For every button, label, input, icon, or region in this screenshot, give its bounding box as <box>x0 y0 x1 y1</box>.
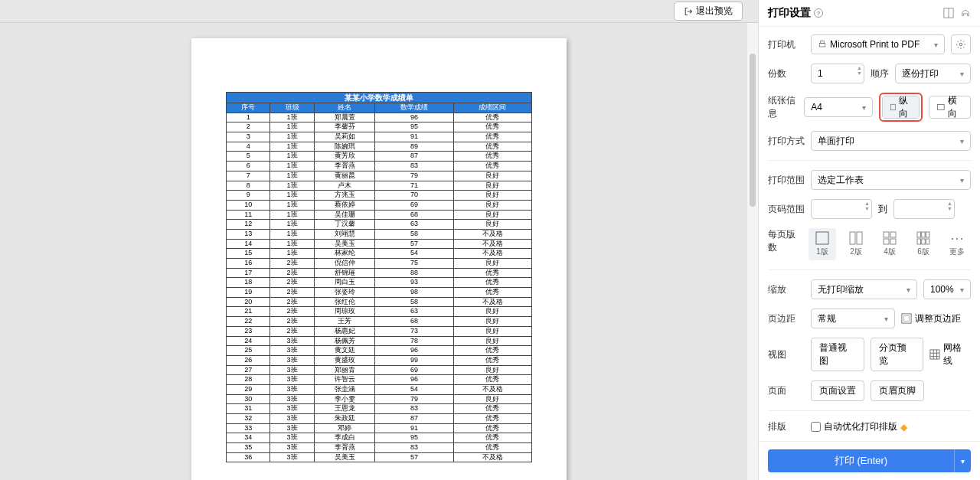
svg-rect-15 <box>922 232 926 237</box>
table-row: 81班卢木71良好 <box>227 181 532 191</box>
table-row: 51班黄芳欣87优秀 <box>227 152 532 162</box>
table-row: 131班刘翊慧58不及格 <box>227 229 532 239</box>
tile-1[interactable]: 1版 <box>808 228 836 260</box>
paper-label: 纸张信息 <box>768 94 798 120</box>
tile-4[interactable]: 4版 <box>876 228 903 260</box>
divider <box>768 269 971 270</box>
col-header: 班级 <box>270 103 314 113</box>
print-bar: 打印 (Enter) ▾ <box>759 441 980 480</box>
preview-area: 退出预览 某某小学数学成绩单 序号班级姓名数学成绩成绩区间 11班郑晨萱96优秀… <box>0 0 758 480</box>
margin-select[interactable]: 常规 ▾ <box>811 309 895 328</box>
printer-settings-button[interactable] <box>951 34 971 54</box>
portrait-button[interactable]: 纵向 <box>883 96 919 118</box>
table-row: 182班周白玉93优秀 <box>227 278 532 288</box>
copies-spinner[interactable]: ▲▼ <box>857 65 862 76</box>
adjust-margin-button[interactable]: 调整页边距 <box>901 312 961 325</box>
svg-rect-13 <box>890 239 896 244</box>
sheet-table: 某某小学数学成绩单 序号班级姓名数学成绩成绩区间 11班郑晨萱96优秀21班李馨… <box>226 92 532 462</box>
divider <box>768 160 971 161</box>
svg-rect-14 <box>917 232 921 237</box>
col-header: 姓名 <box>314 103 375 113</box>
table-row: 71班黄丽昆79良好 <box>227 171 532 181</box>
preview-page: 某某小学数学成绩单 序号班级姓名数学成绩成绩区间 11班郑晨萱96优秀21班李馨… <box>191 38 567 480</box>
divider <box>768 410 971 411</box>
tile-more[interactable]: ⋯更多 <box>943 228 971 260</box>
zoom-select[interactable]: 无打印缩放 ▾ <box>811 279 917 299</box>
landscape-button[interactable]: 横向 <box>929 96 971 119</box>
table-row: 212班周琼玫63良好 <box>227 307 532 317</box>
more-icon: ⋯ <box>950 231 964 245</box>
table-row: 363班吴美玉57不及格 <box>227 452 532 462</box>
page-from-input[interactable]: ▲▼ <box>811 199 872 219</box>
table-row: 293班张圭涵54不及格 <box>227 384 532 394</box>
view-paged-button[interactable]: 分页预览 <box>871 338 924 371</box>
page-label: 页面 <box>768 384 805 397</box>
orientation-highlight: 纵向 <box>879 93 923 122</box>
svg-rect-6 <box>938 104 945 109</box>
printer-select[interactable]: Microsoft Print to PDF ▾ <box>811 34 945 54</box>
help-icon[interactable]: ? <box>814 8 823 18</box>
portrait-icon <box>890 103 896 112</box>
page-setup-button[interactable]: 页面设置 <box>811 380 864 401</box>
layout-icon[interactable] <box>943 8 954 18</box>
chevron-down-icon: ▾ <box>960 70 964 78</box>
grid-icon <box>929 349 940 360</box>
perpage-tiles: 1版 2版 4版 6版 ⋯更多 <box>808 228 971 260</box>
table-row: 323班朱政廷87优秀 <box>227 414 532 424</box>
svg-rect-7 <box>816 232 828 244</box>
tile-6[interactable]: 6版 <box>910 228 937 260</box>
svg-rect-10 <box>884 232 889 237</box>
scrollbar[interactable] <box>747 23 758 480</box>
panel-title: 打印设置 <box>768 6 811 20</box>
table-row: 61班李胥燕83优秀 <box>227 162 532 171</box>
print-button[interactable]: 打印 (Enter) <box>768 449 954 472</box>
table-row: 303班李小雯79良好 <box>227 394 532 404</box>
preview-toolbar: 退出预览 <box>0 0 758 23</box>
table-row: 313班王恩龙83优秀 <box>227 404 532 414</box>
header-footer-button[interactable]: 页眉页脚 <box>871 380 924 401</box>
chevron-down-icon: ▾ <box>960 137 964 145</box>
spinner[interactable]: ▲▼ <box>864 201 870 211</box>
copies-input[interactable]: 1 ▲▼ <box>811 64 864 83</box>
table-row: 202班张红伦58不及格 <box>227 297 532 307</box>
auto-opt-checkbox[interactable]: 自动优化打印排版 ◆ <box>811 420 907 433</box>
table-row: 283班许智云96优秀 <box>227 375 532 385</box>
chevron-down-icon: ▾ <box>960 176 964 184</box>
print-dropdown-button[interactable]: ▾ <box>954 449 971 472</box>
table-row: 21班李馨芬95优秀 <box>227 122 532 132</box>
table-row: 172班舒锦璀88优秀 <box>227 268 532 278</box>
panel-body: 打印机 Microsoft Print to PDF ▾ 份数 1 ▲▼ <box>759 27 980 441</box>
svg-rect-17 <box>917 239 921 244</box>
range-select[interactable]: 选定工作表 ▾ <box>811 170 971 190</box>
table-row: 333班邓婷91优秀 <box>227 423 532 433</box>
range-label: 打印范围 <box>768 174 805 187</box>
perpage-label: 每页版数 <box>768 228 802 254</box>
order-select[interactable]: 逐份打印 ▾ <box>895 64 971 83</box>
svg-rect-2 <box>819 44 825 47</box>
chevron-down-icon: ▾ <box>862 103 866 112</box>
gridlines-toggle[interactable]: 网格线 <box>929 341 971 367</box>
table-row: 232班杨惠妃73良好 <box>227 326 532 336</box>
tile-2[interactable]: 2版 <box>842 228 870 260</box>
col-header: 成绩区间 <box>453 103 531 113</box>
table-row: 41班陈婉琪89优秀 <box>227 142 532 152</box>
view-normal-button[interactable]: 普通视图 <box>811 338 864 371</box>
zoom-label: 缩放 <box>768 283 805 296</box>
table-row: 343班李成白95优秀 <box>227 433 532 443</box>
svg-rect-5 <box>891 104 896 109</box>
zoom-pct-select[interactable]: 100% ▾ <box>923 279 971 299</box>
page-to-input[interactable]: ▲▼ <box>893 199 955 219</box>
panel-header: 打印设置 ? <box>759 0 980 27</box>
landscape-icon <box>937 103 945 111</box>
sheet-title: 某某小学数学成绩单 <box>227 93 532 103</box>
spinner[interactable]: ▲▼ <box>947 201 952 211</box>
exit-preview-button[interactable]: 退出预览 <box>674 2 743 21</box>
table-row: 91班方兆玉70良好 <box>227 191 532 201</box>
pagerange-label: 页码范围 <box>768 203 805 216</box>
print-settings-panel: 打印设置 ? 打印机 Microsoft Print to PDF ▾ <box>758 0 980 480</box>
method-select[interactable]: 单面打印 ▾ <box>811 131 971 151</box>
to-label: 到 <box>878 203 887 216</box>
paper-select[interactable]: A4 ▾ <box>804 97 873 117</box>
table-row: 162班倪信仲75良好 <box>227 259 532 269</box>
headset-icon[interactable] <box>960 8 971 18</box>
